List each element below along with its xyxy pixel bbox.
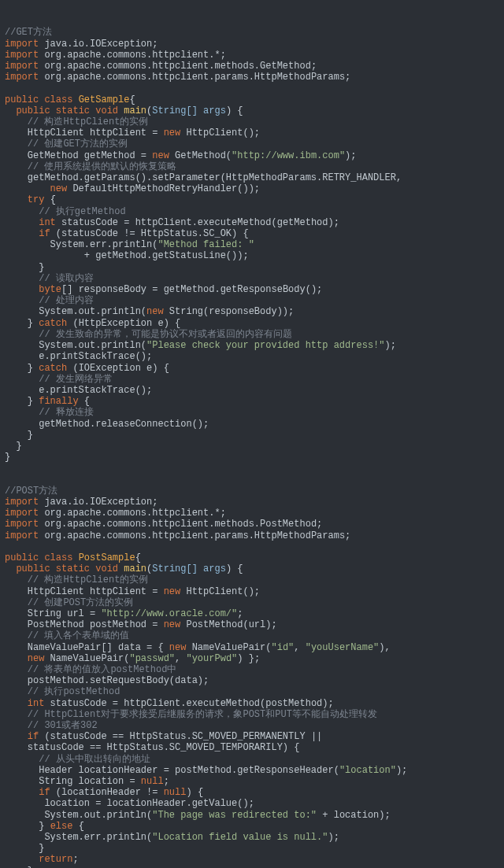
code-block: //GET方法 import java.io.IOException; impo… [5,27,499,868]
